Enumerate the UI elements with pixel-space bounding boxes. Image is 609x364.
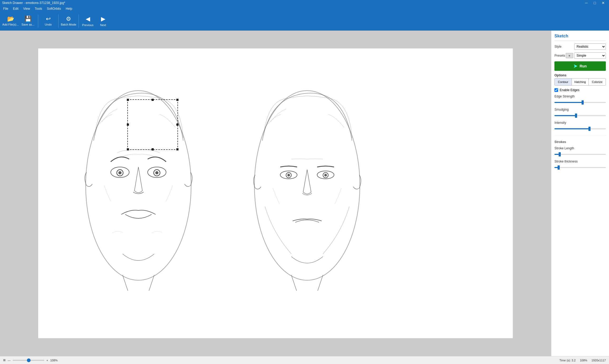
next-button[interactable]: ▶ Next — [96, 13, 110, 29]
add-file-button[interactable]: 📂 Add File(s)... — [2, 13, 19, 29]
title-bar: Sketch Drawer - emotions-371238_1920.jpg… — [0, 0, 609, 6]
smudging-track — [554, 115, 606, 116]
enable-edges-checkbox[interactable] — [554, 88, 558, 92]
stroke-thickness-slider[interactable] — [554, 165, 606, 170]
zoom-minus-btn[interactable]: — — [8, 359, 11, 362]
stroke-length-section: Stroke Length — [554, 146, 606, 157]
enable-edges-label: Enable Edges — [560, 88, 579, 92]
edge-strength-slider[interactable] — [554, 100, 606, 105]
time-label: Time (s): 3.2 — [559, 359, 576, 362]
toolbar-separator-3 — [79, 14, 79, 28]
style-select[interactable]: Realistic — [574, 43, 606, 50]
tab-colorize[interactable]: Colorize — [589, 78, 606, 85]
smudging-thumb[interactable] — [575, 114, 577, 118]
stroke-thickness-label: Stroke thickness — [554, 160, 606, 163]
left-face-sketch — [70, 75, 207, 307]
page-size-icon[interactable]: ⊞ — [3, 358, 6, 362]
menu-softorbits[interactable]: SoftOrbits — [45, 6, 63, 11]
menu-bar: File Edit View Tools SoftOrbits Help — [0, 6, 609, 12]
canvas-area[interactable] — [0, 31, 551, 356]
zoom-plus-btn[interactable]: + — [46, 359, 48, 362]
panel-title: Sketch — [554, 34, 606, 41]
zoom-level: 108% — [50, 359, 57, 362]
minimize-button[interactable]: ─ — [583, 0, 590, 6]
stroke-thickness-track — [554, 167, 606, 168]
svg-point-13 — [324, 174, 327, 176]
presets-select[interactable]: Simple — [574, 52, 606, 59]
smudging-slider[interactable] — [554, 113, 606, 118]
zoom-slider[interactable] — [13, 360, 44, 361]
presets-label: Presets — [554, 54, 565, 57]
zoom-value: 108% — [580, 359, 587, 362]
main-layout: Sketch Style Realistic Presets ≡ Simple … — [0, 31, 609, 356]
intensity-label: Intensity — [554, 121, 606, 125]
canvas-content — [38, 48, 513, 338]
intensity-section: Intensity — [554, 121, 606, 131]
edge-strength-fill — [554, 102, 583, 103]
run-arrow-icon: ➤ — [573, 63, 577, 69]
status-bar: ⊞ — + 108% Time (s): 3.2 108% 1920x1117 — [0, 356, 609, 364]
menu-tools[interactable]: Tools — [33, 6, 44, 11]
edge-strength-section: Edge Strength — [554, 95, 606, 105]
undo-icon: ↩ — [46, 16, 51, 22]
menu-edit[interactable]: Edit — [11, 6, 21, 11]
svg-point-3 — [118, 171, 122, 174]
presets-row: Presets ≡ Simple — [554, 52, 606, 59]
toolbar-separator-2 — [58, 14, 59, 28]
undo-button[interactable]: ↩ Undo — [40, 13, 57, 29]
smudging-label: Smudging — [554, 108, 606, 111]
title-text: Sketch Drawer - emotions-371238_1920.jpg… — [2, 1, 65, 5]
batch-mode-button[interactable]: ⚙ Batch Mode — [60, 13, 77, 29]
preset-icon: ≡ — [566, 53, 573, 58]
add-file-icon: 📂 — [7, 16, 14, 22]
save-button[interactable]: 💾 Save as... — [20, 13, 36, 29]
maximize-button[interactable]: □ — [591, 0, 598, 6]
stroke-length-slider[interactable] — [554, 152, 606, 157]
enable-edges-row: Enable Edges — [554, 88, 606, 92]
status-right: Time (s): 3.2 108% 1920x1117 — [559, 359, 606, 362]
edge-strength-track — [554, 102, 606, 103]
stroke-length-track — [554, 154, 606, 155]
svg-point-7 — [254, 91, 360, 280]
style-row: Style Realistic — [554, 43, 606, 50]
menu-view[interactable]: View — [21, 6, 32, 11]
intensity-fill — [554, 128, 589, 129]
menu-help[interactable]: Help — [64, 6, 74, 11]
style-label: Style — [554, 45, 562, 48]
tab-contour[interactable]: Contour — [555, 78, 572, 85]
save-icon: 💾 — [25, 16, 32, 22]
stroke-thickness-section: Stroke thickness — [554, 160, 606, 170]
options-tabs: Contour Hatching Colorize — [554, 78, 606, 86]
zoom-thumb[interactable] — [27, 358, 31, 362]
right-face-sketch — [239, 75, 376, 307]
toolbar-separator-1 — [38, 14, 38, 28]
smudging-section: Smudging — [554, 108, 606, 118]
previous-button[interactable]: ◀ Previous — [80, 13, 95, 29]
close-button[interactable]: ✕ — [600, 0, 607, 6]
svg-point-6 — [155, 171, 158, 174]
svg-point-0 — [86, 91, 191, 280]
intensity-track — [554, 128, 606, 129]
intensity-slider[interactable] — [554, 126, 606, 131]
smudging-fill — [554, 115, 576, 116]
resolution: 1920x1117 — [592, 359, 606, 362]
stroke-thickness-thumb[interactable] — [558, 165, 560, 170]
toolbar: 📂 Add File(s)... 💾 Save as... ↩ Undo ⚙ B… — [0, 12, 609, 31]
run-button[interactable]: ➤ Run — [554, 61, 606, 71]
title-controls: ─ □ ✕ — [583, 0, 607, 6]
status-left: ⊞ — + 108% — [3, 358, 58, 362]
edge-strength-thumb[interactable] — [582, 100, 584, 105]
previous-icon: ◀ — [86, 16, 90, 22]
edge-strength-label: Edge Strength — [554, 95, 606, 98]
tab-hatching[interactable]: Hatching — [572, 78, 589, 85]
menu-file[interactable]: File — [1, 6, 10, 11]
intensity-thumb[interactable] — [588, 127, 591, 131]
stroke-length-thumb[interactable] — [559, 152, 561, 156]
svg-point-10 — [287, 174, 290, 176]
batch-icon: ⚙ — [66, 16, 71, 22]
strokes-title: Strokes — [554, 140, 606, 144]
presets-controls: ≡ Simple — [566, 52, 606, 59]
stroke-length-label: Stroke Length — [554, 146, 606, 150]
right-panel: Sketch Style Realistic Presets ≡ Simple … — [551, 31, 609, 356]
next-icon: ▶ — [101, 16, 105, 22]
